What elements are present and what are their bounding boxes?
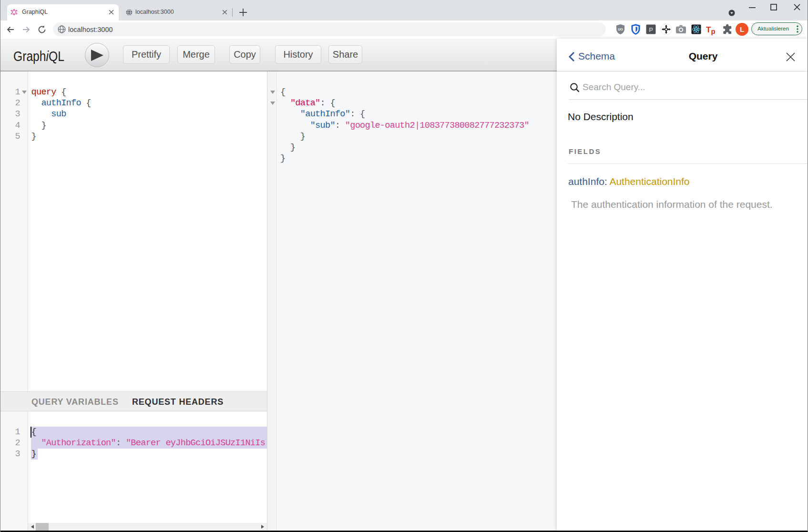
svg-text:T: T [706,25,711,34]
svg-text:UO: UO [618,28,623,31]
svg-text:P: P [649,26,653,33]
svg-text:p: p [711,27,716,35]
